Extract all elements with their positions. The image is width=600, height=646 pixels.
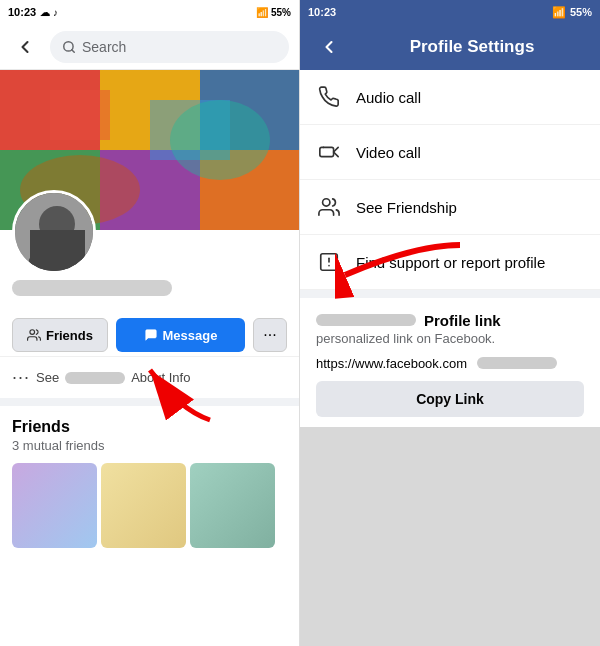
right-wifi-icon: 📶 (552, 6, 566, 19)
svg-point-17 (30, 330, 35, 335)
url-blur (477, 357, 557, 369)
search-placeholder: Search (82, 39, 126, 55)
friends-button[interactable]: Friends (12, 318, 108, 352)
left-wifi-icon: 📶 (256, 7, 268, 18)
profile-link-url-row: https://www.facebook.com (316, 356, 584, 371)
right-panel-title: Profile Settings (358, 37, 586, 57)
left-icons: ☁ ♪ (40, 7, 58, 18)
profile-link-title: Profile link (424, 312, 501, 329)
svg-rect-19 (320, 147, 334, 156)
friend-thumb-3[interactable] (190, 463, 275, 548)
action-buttons: Friends Message ··· (0, 318, 299, 352)
dots-icon: ··· (12, 367, 30, 388)
menu-item-see-friendship[interactable]: See Friendship (300, 180, 600, 235)
left-battery: 55% (271, 7, 291, 18)
left-top-bar: Search (0, 24, 299, 70)
menu-item-video-call[interactable]: Video call (300, 125, 600, 180)
profile-link-desc: personalized link on Facebook. (316, 331, 501, 346)
url-prefix: https://www.facebook.com (316, 356, 467, 371)
friends-subtitle: 3 mutual friends (12, 438, 287, 453)
message-label: Message (163, 328, 218, 343)
friend-thumb-2[interactable] (101, 463, 186, 548)
left-time: 10:23 (8, 6, 36, 18)
friends-title: Friends (12, 418, 287, 436)
svg-point-11 (170, 100, 270, 180)
profile-name-blur (12, 280, 172, 296)
left-panel: 10:23 ☁ ♪ 📶 55% Search (0, 0, 300, 646)
menu-item-audio-call[interactable]: Audio call (300, 70, 600, 125)
friends-label: Friends (46, 328, 93, 343)
right-status-bar: 10:23 📶 55% (300, 0, 600, 24)
name-blur (65, 372, 125, 384)
left-status-bar: 10:23 ☁ ♪ 📶 55% (0, 0, 299, 24)
report-label: Find support or report profile (356, 254, 545, 271)
menu-item-report[interactable]: Find support or report profile (300, 235, 600, 290)
more-dots-label: ··· (263, 326, 276, 344)
search-box[interactable]: Search (50, 31, 289, 63)
video-icon (316, 139, 342, 165)
video-call-label: Video call (356, 144, 421, 161)
exclamation-icon (316, 249, 342, 275)
audio-call-label: Audio call (356, 89, 421, 106)
left-back-button[interactable] (10, 32, 40, 62)
see-friendship-label: See Friendship (356, 199, 457, 216)
friends-section: Friends 3 mutual friends (0, 398, 299, 548)
see-text: See (36, 370, 59, 385)
friend-thumb-1[interactable] (12, 463, 97, 548)
svg-point-21 (323, 199, 330, 206)
friends-grid (12, 463, 287, 548)
svg-line-1 (72, 49, 75, 52)
see-about-row[interactable]: ··· See About Info (0, 356, 299, 398)
more-button[interactable]: ··· (253, 318, 287, 352)
right-battery: 55% (570, 6, 592, 18)
about-info-text: About Info (131, 370, 190, 385)
menu-list: Audio call Video call (300, 70, 600, 290)
copy-link-button[interactable]: Copy Link (316, 381, 584, 417)
profile-name-blur-right (316, 314, 416, 326)
profile-link-header: Profile link personalized link on Facebo… (316, 312, 584, 346)
profile-section (0, 190, 299, 306)
phone-icon (316, 84, 342, 110)
right-time: 10:23 (308, 6, 336, 18)
svg-rect-16 (30, 230, 85, 274)
right-top-bar: Profile Settings (300, 24, 600, 70)
people-icon (316, 194, 342, 220)
right-back-button[interactable] (314, 32, 344, 62)
avatar (12, 190, 96, 274)
profile-link-section: Profile link personalized link on Facebo… (300, 290, 600, 417)
bottom-gray-area (300, 427, 600, 647)
message-button[interactable]: Message (116, 318, 245, 352)
right-panel: 10:23 📶 55% Profile Settings (300, 0, 600, 646)
svg-rect-9 (50, 90, 110, 140)
